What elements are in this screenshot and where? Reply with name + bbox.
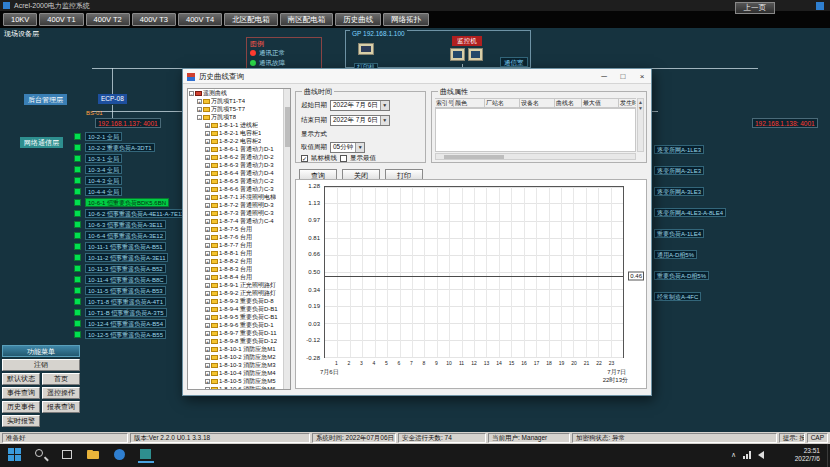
search-icon[interactable] — [34, 448, 50, 463]
volume-icon[interactable] — [758, 451, 764, 459]
tree-toggle-icon[interactable]: + — [205, 307, 210, 312]
start-button[interactable] — [8, 448, 24, 463]
device-status-row[interactable]: 10-11-3 恒事重遥负荷A-B52 — [74, 264, 185, 273]
network-icon[interactable] — [743, 451, 751, 459]
app-grid-icon[interactable] — [816, 2, 824, 10]
browser-app-icon[interactable] — [112, 448, 128, 463]
device-status-row[interactable]: 10-11-5 恒事重遥负荷A-B53 — [74, 286, 185, 295]
chart-plot[interactable]: 0.46 — [324, 186, 624, 358]
screen-tab[interactable]: 北区配电箱 — [224, 13, 278, 26]
tree-toggle-icon[interactable]: + — [205, 163, 210, 168]
curve-attr-table[interactable] — [435, 108, 636, 152]
device-status-row[interactable]: 10-6-2 恒事重遥负荷A-4E11-A-7E11 — [74, 209, 185, 218]
tree-toggle-icon[interactable]: + — [205, 379, 210, 384]
attr-scrollbar-thumb[interactable] — [444, 155, 504, 159]
function-menu-button[interactable]: 默认状态 — [2, 373, 40, 385]
screen-tab[interactable]: 南区配电箱 — [280, 13, 334, 26]
tree-toggle-icon[interactable]: + — [205, 371, 210, 376]
screen-tab[interactable]: 400V T2 — [86, 13, 130, 26]
device-status-row[interactable]: 10-T1-8 恒事重遥负荷A-4T1 — [74, 297, 185, 306]
tree-item[interactable]: + 1-8-10-6 消防应急M6 — [188, 385, 290, 390]
tree-toggle-icon[interactable]: + — [205, 275, 210, 280]
file-explorer-icon[interactable] — [86, 448, 102, 463]
device-status-row[interactable]: 10-2-1 全局 — [74, 132, 185, 141]
column-header[interactable]: 发生时间 — [619, 98, 636, 108]
maximize-button[interactable]: □ — [614, 69, 632, 84]
dropdown-arrow-icon[interactable]: ▼ — [380, 101, 389, 110]
device-status-row[interactable]: 10-T1-B 恒事重遥负荷A-3T5 — [74, 308, 185, 317]
column-header[interactable]: 最大值 — [582, 98, 619, 108]
previous-page-button[interactable]: 上一页 — [735, 2, 776, 14]
function-menu-button[interactable]: 历史事件 — [2, 401, 40, 413]
close-button[interactable]: × — [633, 69, 651, 84]
tree-toggle-icon[interactable]: + — [205, 243, 210, 248]
function-menu-button[interactable]: 事件查询 — [2, 387, 40, 399]
screen-tab[interactable]: 400V T4 — [178, 13, 222, 26]
tray-expand-icon[interactable]: ∧ — [731, 451, 736, 459]
device-status-row[interactable]: 10-4-4 全局 — [74, 187, 185, 196]
tree-toggle-icon[interactable]: + — [205, 355, 210, 360]
column-header[interactable]: 颜色 — [454, 98, 485, 108]
screen-tab[interactable]: 网络拓扑 — [383, 13, 429, 26]
tree-toggle-icon[interactable]: + — [205, 179, 210, 184]
attr-horizontal-scrollbar[interactable] — [435, 153, 636, 160]
tree-toggle-icon[interactable]: + — [205, 339, 210, 344]
tree-toggle-icon[interactable]: + — [205, 187, 210, 192]
tree-toggle-icon[interactable]: + — [205, 147, 210, 152]
tree-toggle-icon[interactable]: + — [205, 195, 210, 200]
logout-button[interactable]: 注销 — [2, 359, 80, 371]
function-menu-button[interactable]: 报表查询 — [42, 401, 80, 413]
attr-vertical-scrollbar[interactable]: ▲▼ — [637, 98, 644, 152]
column-header[interactable]: 设备名 — [520, 98, 555, 108]
tree-toggle-icon[interactable]: + — [205, 299, 210, 304]
tree-toggle-icon[interactable]: + — [197, 99, 202, 104]
tree-toggle-icon[interactable]: + — [205, 203, 210, 208]
tree-toggle-icon[interactable]: + — [205, 211, 210, 216]
screen-tab[interactable]: 历史曲线 — [335, 13, 381, 26]
tree-scrollbar-thumb[interactable] — [285, 107, 290, 147]
taskbar-clock[interactable]: 23:51 2022/7/6 — [795, 447, 820, 463]
tree-toggle-icon[interactable]: + — [205, 283, 210, 288]
device-status-row[interactable]: 10-12-5 恒事重遥负荷A-B55 — [74, 330, 185, 339]
tree-toggle-icon[interactable]: + — [205, 267, 210, 272]
screen-tab[interactable]: 400V T3 — [132, 13, 176, 26]
task-view-icon[interactable] — [60, 448, 76, 463]
tree-toggle-icon[interactable]: + — [205, 235, 210, 240]
column-header[interactable]: 曲线名 — [555, 98, 582, 108]
tree-scrollbar[interactable] — [283, 89, 290, 389]
tree-item[interactable]: + 万凯项T5-T7 — [188, 105, 290, 113]
function-menu-button[interactable]: 实时报警 — [2, 415, 40, 427]
tree-toggle-icon[interactable]: + — [205, 219, 210, 224]
dropdown-arrow-icon[interactable]: ▼ — [380, 116, 389, 125]
device-status-row[interactable]: 10-11-1 恒事重遥负荷A-B51 — [74, 242, 185, 251]
device-status-row[interactable]: 10-6-1 恒重要负荷BDK5.6BN — [74, 198, 185, 207]
tree-toggle-icon[interactable]: + — [205, 323, 210, 328]
tree-toggle-icon[interactable]: + — [205, 363, 210, 368]
tree-toggle-icon[interactable]: + — [205, 331, 210, 336]
device-status-row[interactable]: 10-12-4 恒事重遥负荷A-B54 — [74, 319, 185, 328]
tree-toggle-icon[interactable]: + — [205, 259, 210, 264]
start-date-picker[interactable]: 2022年 7月 6日 ▼ — [330, 100, 390, 111]
tree-toggle-icon[interactable]: + — [205, 227, 210, 232]
mouse-crosshair-checkbox[interactable]: ✓ — [301, 155, 308, 162]
device-status-row[interactable]: 10-3-1 全局 — [74, 154, 185, 163]
device-status-row[interactable]: 10-3-4 全局 — [74, 165, 185, 174]
tree-toggle-icon[interactable]: + — [205, 387, 210, 391]
tree-toggle-icon[interactable]: + — [205, 171, 210, 176]
show-max-checkbox[interactable] — [340, 155, 347, 162]
device-status-row[interactable]: 10-2-2 重要负荷A-3DT1 — [74, 143, 185, 152]
device-status-row[interactable]: 10-6-4 恒事重遥负荷A-3E12 — [74, 231, 185, 240]
scada-app-icon[interactable] — [138, 448, 154, 463]
tree-toggle-icon[interactable]: + — [205, 251, 210, 256]
tree-toggle-icon[interactable]: + — [197, 107, 202, 112]
tree-toggle-icon[interactable]: + — [205, 139, 210, 144]
screen-tab[interactable]: 10KV — [3, 13, 37, 26]
device-status-row[interactable]: 10-11-4 恒事重遥负荷A-B8C — [74, 275, 185, 284]
device-status-row[interactable]: 10-11-2 恒事重遥负荷A-3E11 — [74, 253, 185, 262]
tree-toggle-icon[interactable]: - — [197, 115, 202, 120]
tree-toggle-icon[interactable]: + — [205, 347, 210, 352]
minimize-button[interactable]: ─ — [595, 69, 613, 84]
column-header[interactable]: 索引号 — [435, 98, 454, 108]
screen-tab[interactable]: 400V T1 — [39, 13, 83, 26]
device-status-row[interactable]: 10-6-3 恒事重遥负荷A-3E11 — [74, 220, 185, 229]
